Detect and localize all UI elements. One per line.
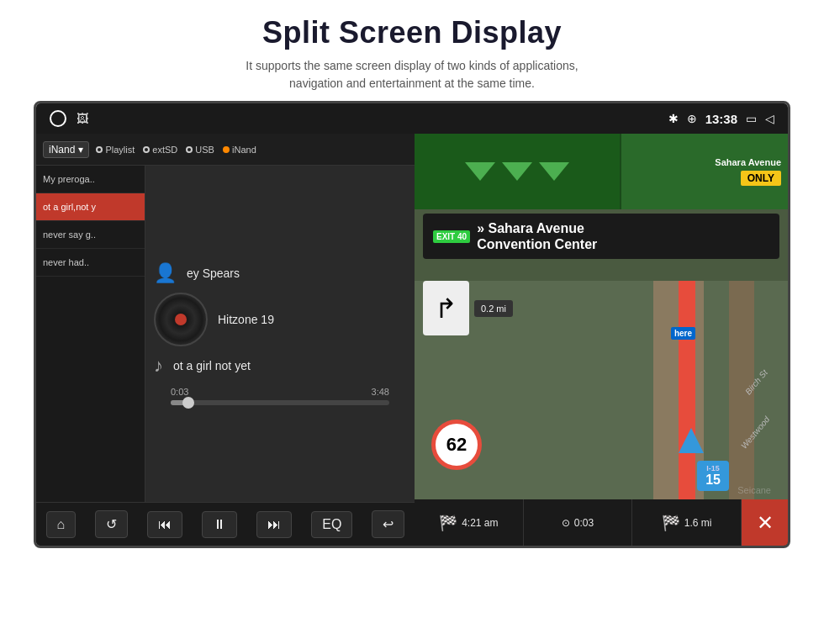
usb-radio[interactable]: USB <box>186 145 214 155</box>
sahara-sign-text: Sahara Avenue <box>715 157 781 167</box>
nav-bottom-bar: 🏁 4:21 am ⊙ 0:03 🏁 1.6 mi ✕ <box>415 499 788 546</box>
nav-panel: Sahara Avenue ONLY EXIT 40 » Sahara Aven… <box>415 134 788 546</box>
nav-map: Sahara Avenue ONLY EXIT 40 » Sahara Aven… <box>415 134 788 546</box>
exit-badge: EXIT 40 <box>433 230 470 243</box>
controls-bar: ⌂ ↺ ⏮ ⏸ ⏭ EQ ↩ <box>36 502 415 546</box>
nav-remaining: ⊙ 0:03 <box>524 499 633 546</box>
circle-icon <box>50 110 66 127</box>
player-center: 👤 ey Spears Hitzone 19 ♪ ot a girl not y… <box>145 166 415 502</box>
arrow-down-1 <box>465 162 495 181</box>
location-icon: ⊕ <box>687 112 697 125</box>
flag-end-icon: 🏁 <box>662 514 680 532</box>
progress-times: 0:03 3:48 <box>171 387 389 397</box>
distance-box: 0.2 mi <box>474 300 513 317</box>
speed-value: 62 <box>446 434 467 456</box>
time-current: 0:03 <box>171 387 188 397</box>
bluetooth-icon: ✱ <box>668 112 679 125</box>
highway-label-text: I-15 <box>706 464 720 472</box>
sign-left-arrows <box>415 134 620 209</box>
status-bar: 🖼 ✱ ⊕ 13:38 ▭ ◁ <box>36 103 788 134</box>
progress-area: 0:03 3:48 <box>154 387 406 405</box>
playlist-item-4[interactable]: never had.. <box>36 249 145 277</box>
playlist-item-1[interactable]: My preroga.. <box>36 166 145 193</box>
next-button[interactable]: ⏭ <box>256 511 292 538</box>
track-artist: ey Spears <box>187 267 240 280</box>
vinyl-disc <box>154 293 208 346</box>
nav-eta: 🏁 4:21 am <box>415 499 524 546</box>
car-position <box>679 428 704 453</box>
track-song: ot a girl not yet <box>173 359 251 372</box>
remaining-time: 0:03 <box>574 517 594 529</box>
extsd-radio[interactable]: extSD <box>143 145 177 155</box>
turn-indicators: ↱ 0.2 mi <box>423 281 513 335</box>
status-right: ✱ ⊕ 13:38 ▭ ◁ <box>668 112 774 126</box>
image-icon: 🖼 <box>77 112 88 125</box>
music-body: My preroga.. ot a girl,not y never say g… <box>36 166 415 502</box>
source-bar: iNand ▾ Playlist extSD USB iNand <box>36 134 415 166</box>
turn-arrow-icon: ↱ <box>435 293 457 325</box>
exit-text: » Sahara AvenueConvention Center <box>477 220 597 252</box>
exit-sign: EXIT 40 » Sahara AvenueConvention Center <box>423 214 779 259</box>
progress-thumb <box>182 397 194 409</box>
pause-button[interactable]: ⏸ <box>202 511 237 538</box>
playlist-item-3[interactable]: never say g.. <box>36 221 145 249</box>
eq-button[interactable]: EQ <box>311 511 352 538</box>
highway-number: 15 <box>705 472 721 488</box>
eta-time: 4:21 am <box>462 517 498 529</box>
highway-sign-top: Sahara Avenue ONLY <box>415 134 788 209</box>
time-total: 3:48 <box>372 387 389 397</box>
track-song-row: ♪ ot a girl not yet <box>154 355 406 377</box>
close-nav-button[interactable]: ✕ <box>742 499 788 546</box>
track-album-row: Hitzone 19 <box>154 293 406 346</box>
music-panel: iNand ▾ Playlist extSD USB iNand My prer… <box>36 134 415 546</box>
dropdown-arrow-icon: ▾ <box>78 144 83 156</box>
arrow-down-2 <box>502 162 532 181</box>
clock-icon: ⊙ <box>562 517 570 529</box>
speed-sign: 62 <box>431 420 482 470</box>
nav-dist-value: 1.6 mi <box>684 517 712 529</box>
track-artist-row: 👤 ey Spears <box>154 262 406 284</box>
turn-arrow-box: ↱ <box>423 281 469 335</box>
playlist-item-2[interactable]: ot a girl,not y <box>36 193 145 221</box>
back-icon: ◁ <box>765 112 774 125</box>
main-content: iNand ▾ Playlist extSD USB iNand My prer… <box>36 134 788 546</box>
track-album: Hitzone 19 <box>218 313 274 326</box>
source-options: Playlist extSD USB iNand <box>96 145 256 155</box>
status-left: 🖼 <box>50 110 88 127</box>
flag-start-icon: 🏁 <box>439 514 457 532</box>
only-badge: ONLY <box>741 171 781 186</box>
back-button[interactable]: ↩ <box>372 510 404 538</box>
device-frame: 🖼 ✱ ⊕ 13:38 ▭ ◁ iNand ▾ Playlist extSD <box>34 101 790 548</box>
playlist-sidebar: My preroga.. ot a girl,not y never say g… <box>36 166 145 502</box>
track-info: 👤 ey Spears Hitzone 19 ♪ ot a girl not y… <box>154 262 406 377</box>
nav-distance: 🏁 1.6 mi <box>632 499 742 546</box>
repeat-button[interactable]: ↺ <box>95 510 128 538</box>
source-label: iNand <box>49 144 75 156</box>
page-header: Split Screen Display It supports the sam… <box>0 0 824 101</box>
inand-radio[interactable]: iNand <box>223 145 256 155</box>
page-subtitle: It supports the same screen display of t… <box>0 57 824 92</box>
arrow-down-3 <box>539 162 569 181</box>
highway-shield: I-15 15 <box>697 461 729 491</box>
prev-button[interactable]: ⏮ <box>147 511 182 538</box>
screen-icon: ▭ <box>746 112 757 125</box>
vinyl-center <box>175 314 187 325</box>
home-button[interactable]: ⌂ <box>46 511 77 538</box>
status-time: 13:38 <box>705 112 737 126</box>
music-note-icon: ♪ <box>154 355 163 377</box>
here-logo: here <box>671 327 695 340</box>
source-dropdown[interactable]: iNand ▾ <box>43 141 89 158</box>
close-icon: ✕ <box>757 511 774 535</box>
watermark: Seicane <box>737 485 771 495</box>
page-title: Split Screen Display <box>0 15 824 50</box>
artist-icon: 👤 <box>154 262 177 284</box>
route-highlight <box>679 281 695 499</box>
sign-right: Sahara Avenue ONLY <box>620 134 788 209</box>
progress-bar[interactable] <box>171 400 389 405</box>
playlist-radio[interactable]: Playlist <box>96 145 135 155</box>
